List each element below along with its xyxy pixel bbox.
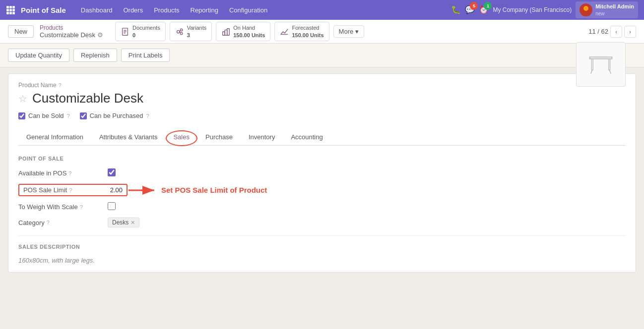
tab-sales[interactable]: Sales xyxy=(165,129,197,146)
forecasted-value: 150.00 Units xyxy=(292,32,323,39)
app-brand: Point of Sale xyxy=(21,6,66,14)
product-image[interactable] xyxy=(576,42,626,87)
svg-rect-26 xyxy=(609,59,610,70)
variants-label: Variants 3 xyxy=(187,24,207,39)
sales-desc-section-title: SALES DESCRIPTION xyxy=(18,244,626,250)
can-be-purchased-label: Can be Purchased xyxy=(90,112,143,119)
can-be-purchased-input[interactable] xyxy=(80,112,87,119)
breadcrumb-current: Customizable Desk ⚙ xyxy=(40,31,103,39)
svg-rect-6 xyxy=(6,12,9,14)
svg-rect-3 xyxy=(6,9,9,11)
to-weigh-row: To Weigh With Scale ? xyxy=(18,202,626,212)
annotation-text: Set POS Sale Limit of Product xyxy=(161,186,267,194)
svg-point-9 xyxy=(583,6,588,11)
svg-rect-7 xyxy=(9,12,12,14)
to-weigh-value xyxy=(108,202,626,212)
new-button[interactable]: New xyxy=(8,25,34,38)
more-button[interactable]: More ▾ xyxy=(333,25,365,38)
can-be-sold-label: Can be Sold xyxy=(28,112,64,119)
forecasted-title: Forecasted xyxy=(292,24,323,31)
subheader: New Products Customizable Desk ⚙ Documen… xyxy=(0,20,644,44)
checkboxes-row: Can be Sold ? Can be Purchased ? xyxy=(18,112,626,119)
svg-rect-8 xyxy=(12,12,15,14)
available-in-pos-value xyxy=(108,168,626,178)
nav-configuration[interactable]: Configuration xyxy=(224,4,272,16)
can-be-purchased-help-icon[interactable]: ? xyxy=(146,113,149,119)
available-in-pos-row: Available in POS ? xyxy=(18,168,626,178)
navbar-right: 🐛 💬 5 ⏰ 1 My Company (San Francisco) Mit… xyxy=(451,1,638,18)
nav-next-button[interactable]: › xyxy=(624,26,636,38)
can-be-purchased-checkbox[interactable]: Can be Purchased ? xyxy=(80,112,149,119)
forecasted-button[interactable]: Forecasted 150.00 Units xyxy=(274,22,329,41)
user-avatar xyxy=(580,3,592,16)
product-title-row: ☆ Customizable Desk xyxy=(18,91,626,106)
settings-icon[interactable]: ⚙ xyxy=(97,31,103,39)
apps-grid-icon[interactable] xyxy=(6,5,15,14)
record-nav: 11 / 62 ‹ › xyxy=(588,26,636,38)
pos-sale-limit-value[interactable]: 2.00 xyxy=(110,186,123,194)
on-hand-label-wrap: On Hand 150.00 Units xyxy=(233,24,265,39)
product-name-label: Product Name ? xyxy=(18,82,568,89)
documents-button[interactable]: Documents 0 xyxy=(115,22,166,41)
product-name-help-icon[interactable]: ? xyxy=(59,82,62,88)
on-hand-title: On Hand xyxy=(233,24,265,31)
more-label: More xyxy=(339,28,354,35)
svg-point-10 xyxy=(582,12,590,16)
tab-inventory[interactable]: Inventory xyxy=(241,129,283,146)
user-name: Mitchell Admin xyxy=(595,3,634,10)
product-tabs: General Information Attributes & Variant… xyxy=(18,129,626,146)
nav-products[interactable]: Products xyxy=(149,4,184,16)
product-title: Customizable Desk xyxy=(32,91,143,106)
arrow-icon xyxy=(128,185,157,195)
category-tag-remove[interactable]: ✕ xyxy=(130,219,135,226)
on-hand-value: 150.00 Units xyxy=(233,32,265,39)
variants-title: Variants xyxy=(187,24,207,31)
favorite-star-icon[interactable]: ☆ xyxy=(18,93,27,105)
can-be-sold-input[interactable] xyxy=(18,112,25,119)
nav-dashboard[interactable]: Dashboard xyxy=(76,4,118,16)
nav-prev-button[interactable]: ‹ xyxy=(610,26,622,38)
nav-orders[interactable]: Orders xyxy=(118,4,148,16)
category-help-icon[interactable]: ? xyxy=(47,219,50,225)
more-chevron-icon: ▾ xyxy=(355,28,359,35)
bug-icon-wrap[interactable]: 🐛 xyxy=(451,5,461,14)
tab-general-information[interactable]: General Information xyxy=(18,129,91,146)
tab-accounting[interactable]: Accounting xyxy=(283,129,330,146)
tab-purchase[interactable]: Purchase xyxy=(197,129,241,146)
documents-count: 0 xyxy=(132,32,160,39)
pos-sale-limit-help-icon[interactable]: ? xyxy=(69,187,72,193)
svg-rect-2 xyxy=(12,6,15,8)
variants-count: 3 xyxy=(187,32,207,39)
nav-links: Dashboard Orders Products Reporting Conf… xyxy=(76,4,450,16)
activity-icon-wrap[interactable]: ⏰ 1 xyxy=(479,5,489,14)
svg-rect-0 xyxy=(6,6,9,8)
breadcrumb-parent[interactable]: Products xyxy=(40,24,103,31)
tab-attributes-variants[interactable]: Attributes & Variants xyxy=(91,129,166,146)
can-be-sold-help-icon[interactable]: ? xyxy=(67,113,70,119)
user-menu[interactable]: Mitchell Admin new xyxy=(576,1,638,18)
can-be-sold-checkbox[interactable]: Can be Sold ? xyxy=(18,112,70,119)
pos-section-title: POINT OF SALE xyxy=(18,156,626,162)
user-status: new xyxy=(595,10,634,17)
pos-sale-limit-row: POS Sale Limit ? 2.00 Set POS S xyxy=(18,184,626,196)
on-hand-button[interactable]: On Hand 150.00 Units xyxy=(216,22,270,41)
svg-rect-1 xyxy=(9,6,12,8)
to-weigh-help-icon[interactable]: ? xyxy=(80,204,83,210)
update-quantity-button[interactable]: Update Quantity xyxy=(8,49,69,62)
documents-label: Documents 0 xyxy=(132,24,160,39)
nav-reporting[interactable]: Reporting xyxy=(186,4,223,16)
svg-line-28 xyxy=(609,70,611,74)
variants-button[interactable]: Variants 3 xyxy=(170,22,212,41)
messages-icon-wrap[interactable]: 💬 5 xyxy=(465,5,475,14)
available-in-pos-checkbox[interactable] xyxy=(108,168,116,176)
forecasted-label-wrap: Forecasted 150.00 Units xyxy=(292,24,323,39)
svg-rect-25 xyxy=(591,59,593,70)
svg-rect-5 xyxy=(12,9,15,11)
replenish-button[interactable]: Replenish xyxy=(73,49,117,62)
print-labels-button[interactable]: Print Labels xyxy=(121,49,170,62)
available-in-pos-help-icon[interactable]: ? xyxy=(68,170,71,176)
category-tag[interactable]: Desks ✕ xyxy=(108,218,139,227)
svg-point-15 xyxy=(177,30,179,33)
to-weigh-label: To Weigh With Scale ? xyxy=(18,203,108,211)
to-weigh-checkbox[interactable] xyxy=(108,202,116,210)
